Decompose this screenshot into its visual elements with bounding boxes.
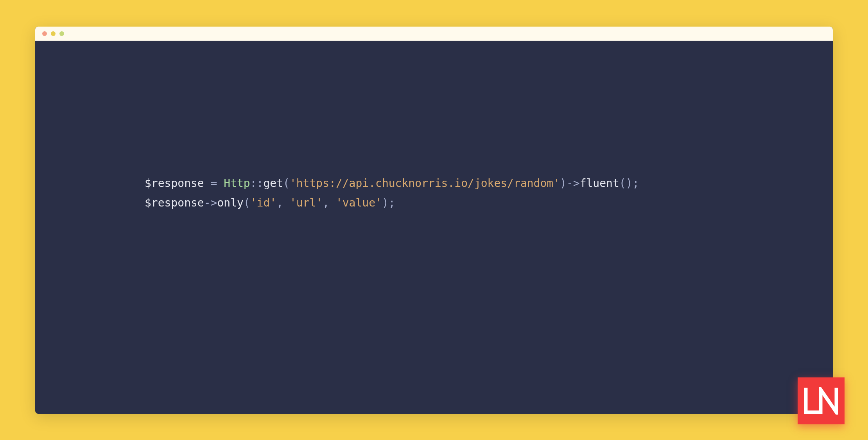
code-token-paren: ) bbox=[626, 177, 633, 190]
code-token-arrow: -> bbox=[567, 177, 580, 190]
code-token-comma: , bbox=[323, 196, 336, 209]
code-token-paren: ( bbox=[244, 196, 250, 209]
code-token-function: get bbox=[263, 177, 283, 190]
code-token-class: Http bbox=[224, 177, 250, 190]
code-token-string: 'https://api.chucknorris.io/jokes/random… bbox=[290, 177, 560, 190]
code-token-paren: ( bbox=[619, 177, 626, 190]
minimize-icon[interactable] bbox=[51, 31, 56, 36]
code-token-scope: :: bbox=[250, 177, 264, 190]
code-token-semi: ; bbox=[633, 177, 639, 190]
code-token-operator: = bbox=[204, 177, 224, 190]
code-token-function: fluent bbox=[580, 177, 619, 190]
code-token-string: 'url' bbox=[290, 196, 323, 209]
code-window: $response = Http::get('https://api.chuck… bbox=[35, 27, 833, 414]
code-token-string: 'id' bbox=[250, 196, 276, 209]
logo-ln-icon bbox=[803, 387, 839, 415]
code-token-function: only bbox=[217, 196, 243, 209]
code-editor: $response = Http::get('https://api.chuck… bbox=[35, 41, 833, 414]
code-token-paren: ) bbox=[382, 196, 389, 209]
window-titlebar bbox=[35, 27, 833, 41]
code-block: $response = Http::get('https://api.chuck… bbox=[145, 174, 833, 213]
code-token-variable: $response bbox=[145, 177, 204, 190]
close-icon[interactable] bbox=[42, 31, 47, 36]
code-token-variable: $response bbox=[145, 196, 204, 209]
code-token-string: 'value' bbox=[336, 196, 382, 209]
brand-logo bbox=[798, 377, 845, 424]
code-token-paren: ( bbox=[283, 177, 290, 190]
code-token-paren: ) bbox=[560, 177, 567, 190]
maximize-icon[interactable] bbox=[59, 31, 64, 36]
code-token-semi: ; bbox=[389, 196, 395, 209]
code-token-arrow: -> bbox=[204, 196, 217, 209]
code-token-comma: , bbox=[276, 196, 290, 209]
